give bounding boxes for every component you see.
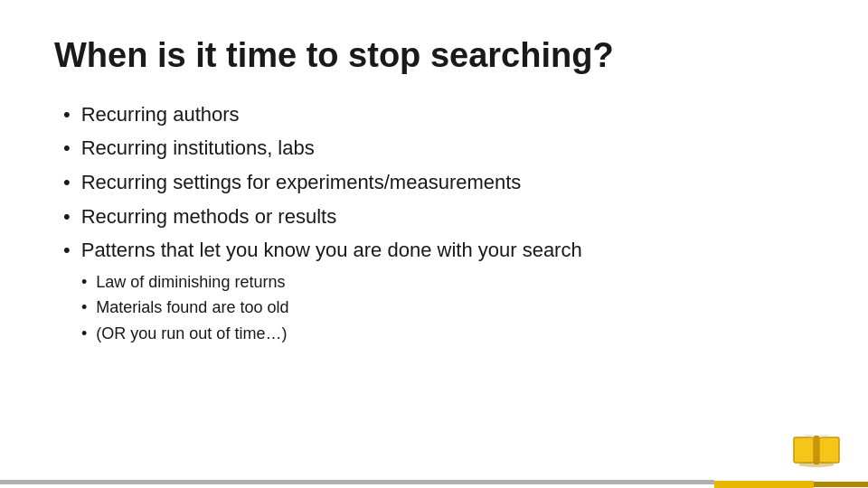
sub-list-item: Materials found are too old [81,296,814,318]
sub-list-item: Law of diminishing returns [81,271,814,293]
sub-bullet-list: Law of diminishing returns Materials fou… [81,271,814,344]
bullet-text: Recurring methods or results [81,203,336,230]
main-bullet-list: Recurring authors Recurring institutions… [63,101,814,264]
gray-line [0,480,714,484]
sub-bullet-text: Materials found are too old [96,296,288,318]
list-item: Recurring settings for experiments/measu… [63,169,814,196]
slide: When is it time to stop searching? Recur… [0,0,868,488]
sub-bullet-text: Law of diminishing returns [96,271,285,293]
sub-list-item: (OR you run out of time…) [81,323,814,344]
sub-bullet-text: (OR you run out of time…) [96,323,287,344]
list-item: Recurring methods or results [63,203,814,230]
bullet-text: Recurring institutions, labs [81,135,315,162]
bottom-decoration [0,475,868,488]
svg-rect-2 [814,436,819,465]
bullet-text: Recurring settings for experiments/measu… [81,169,522,196]
list-item: Recurring authors [63,101,814,128]
slide-title: When is it time to stop searching? [54,36,814,76]
dark-gold-line [814,482,868,487]
svg-point-3 [798,462,835,467]
bullet-text: Recurring authors [81,101,240,128]
svg-rect-0 [794,437,814,463]
list-item: Recurring institutions, labs [63,135,814,162]
list-item: Patterns that let you know you are done … [63,237,814,264]
gold-line [714,481,814,488]
bullet-text: Patterns that let you know you are done … [81,237,582,264]
svg-rect-1 [819,437,839,463]
book-icon [792,432,841,472]
